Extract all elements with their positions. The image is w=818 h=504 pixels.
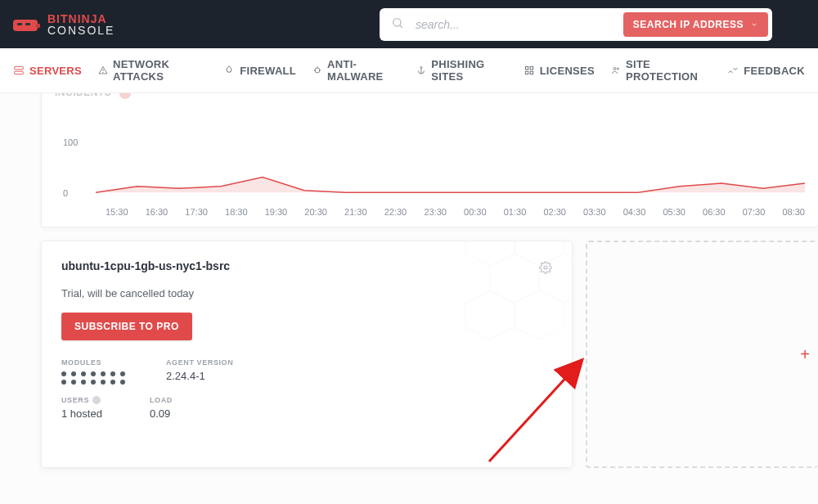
brand-logo-mark — [11, 15, 41, 34]
load-value: 0.09 — [150, 407, 173, 420]
search-ip-button-label: SEARCH IP ADDRESS — [633, 19, 744, 30]
x-tick-label: 08:30 — [782, 207, 805, 217]
nav-label: SITE PROTECTION — [626, 58, 711, 83]
x-tick-label: 15:30 — [106, 207, 128, 217]
agent-version-stat: AGENT VERSION 2.24.4-1 — [166, 358, 233, 385]
shield-icon — [611, 65, 621, 76]
chart-title-text: INCIDENTS — [55, 93, 111, 98]
users-stat: USERS 1 hosted — [61, 396, 110, 420]
x-tick-label: 03:30 — [583, 207, 606, 217]
svg-marker-29 — [515, 290, 564, 340]
svg-line-5 — [400, 25, 402, 28]
x-tick-label: 04:30 — [623, 207, 646, 217]
servers-icon — [13, 65, 25, 76]
gear-icon[interactable] — [539, 261, 552, 277]
anchor-icon — [416, 65, 426, 76]
x-tick-label: 17:30 — [185, 207, 208, 217]
x-tick-label: 18:30 — [225, 207, 248, 217]
x-tick-label: 21:30 — [344, 207, 367, 217]
y-axis-100: 100 — [63, 137, 78, 147]
x-tick-label: 07:30 — [743, 207, 766, 217]
users-label: USERS — [61, 396, 110, 404]
nav-site-protection[interactable]: SITE PROTECTION — [611, 58, 711, 83]
incidents-chart-card: INCIDENTS 100 0 15:3016:3017:3018:3019:3… — [41, 93, 818, 227]
incidents-indicator-dot — [119, 93, 131, 99]
y-axis-0: 0 — [63, 188, 68, 198]
grid-icon — [524, 65, 535, 76]
svg-rect-7 — [15, 71, 24, 74]
nav-label: NETWORK ATTACKS — [113, 58, 207, 83]
agent-version-value: 2.24.4-1 — [166, 370, 233, 382]
server-stats-row-1: MODULES AGENT VERSION 2.24.4-1 — [61, 358, 552, 385]
modules-stat: MODULES — [61, 358, 127, 385]
hex-pattern-bg — [457, 241, 573, 356]
nav-label: SERVERS — [29, 65, 82, 77]
incidents-chart: 100 0 15:3016:3017:3018:3019:3020:3021:3… — [55, 102, 805, 217]
x-axis-labels: 15:3016:3017:3018:3019:3020:3021:3022:30… — [106, 207, 805, 217]
feedback-icon — [727, 65, 739, 76]
x-tick-label: 01:30 — [504, 207, 527, 217]
x-tick-label: 22:30 — [384, 207, 407, 217]
x-tick-label: 02:30 — [543, 207, 566, 217]
svg-point-16 — [420, 67, 422, 69]
svg-point-4 — [393, 18, 401, 25]
brand-logo: BITNINJA CONSOLE — [11, 13, 115, 36]
search-input[interactable] — [414, 17, 623, 32]
svg-rect-6 — [15, 66, 24, 70]
nav-servers[interactable]: SERVERS — [13, 65, 82, 77]
x-tick-label: 20:30 — [304, 207, 327, 217]
server-cards-row: ubuntu-1cpu-1gb-us-nyc1-bsrc Trial, will… — [41, 241, 818, 468]
warning-icon — [98, 65, 108, 76]
add-server-card[interactable]: + — [586, 241, 818, 468]
svg-point-23 — [618, 68, 619, 70]
nav-label: FEEDBACK — [744, 65, 805, 77]
svg-rect-3 — [36, 24, 40, 28]
modules-label: MODULES — [61, 358, 127, 367]
svg-point-22 — [614, 68, 616, 70]
firewall-icon — [223, 65, 235, 76]
main-nav: SERVERS NETWORK ATTACKS FIREWALL ANTI-MA… — [0, 48, 818, 93]
nav-network-attacks[interactable]: NETWORK ATTACKS — [98, 58, 207, 83]
users-value: 1 hosted — [61, 407, 110, 420]
agent-version-label: AGENT VERSION — [166, 358, 233, 367]
x-tick-label: 19:30 — [265, 207, 288, 217]
brand-name-top: BITNINJA — [47, 13, 115, 25]
nav-feedback[interactable]: FEEDBACK — [727, 65, 805, 77]
nav-label: PHISHING SITES — [431, 58, 506, 83]
subscribe-pro-button[interactable]: SUBSCRIBE TO PRO — [61, 313, 192, 340]
nav-phishing[interactable]: PHISHING SITES — [416, 58, 506, 83]
server-stats-row-2: USERS 1 hosted LOAD 0.09 — [61, 396, 552, 420]
load-stat: LOAD 0.09 — [150, 396, 173, 420]
nav-anti-malware[interactable]: ANTI-MALWARE — [312, 58, 400, 83]
chevron-down-icon — [750, 20, 758, 29]
info-icon — [92, 396, 101, 404]
brand-name-bottom: CONSOLE — [47, 25, 115, 36]
x-tick-label: 00:30 — [464, 207, 487, 217]
svg-marker-28 — [465, 290, 515, 340]
bug-icon — [312, 65, 322, 76]
incidents-line-chart — [96, 102, 805, 199]
app-header: BITNINJA CONSOLE SEARCH IP ADDRESS — [0, 0, 818, 48]
chart-section-title: INCIDENTS — [55, 93, 805, 102]
search-icon — [391, 16, 404, 33]
svg-rect-0 — [13, 20, 38, 31]
svg-rect-19 — [530, 66, 533, 70]
nav-licenses[interactable]: LICENSES — [524, 65, 595, 77]
svg-rect-21 — [530, 71, 533, 74]
nav-firewall[interactable]: FIREWALL — [223, 65, 296, 77]
x-tick-label: 23:30 — [424, 207, 447, 217]
svg-rect-20 — [525, 71, 528, 74]
load-label: LOAD — [150, 396, 173, 404]
search-bar[interactable]: SEARCH IP ADDRESS — [380, 8, 772, 41]
page-content: INCIDENTS 100 0 15:3016:3017:3018:3019:3… — [0, 93, 818, 504]
svg-rect-1 — [17, 23, 22, 25]
brand-logo-text: BITNINJA CONSOLE — [47, 13, 115, 36]
search-ip-button[interactable]: SEARCH IP ADDRESS — [623, 12, 768, 37]
nav-label: LICENSES — [540, 65, 595, 77]
nav-label: ANTI-MALWARE — [327, 58, 400, 83]
nav-label: FIREWALL — [240, 65, 296, 77]
svg-point-30 — [544, 266, 547, 269]
x-tick-label: 06:30 — [703, 207, 726, 217]
modules-dots-icon — [61, 371, 127, 385]
server-card: ubuntu-1cpu-1gb-us-nyc1-bsrc Trial, will… — [41, 241, 573, 468]
